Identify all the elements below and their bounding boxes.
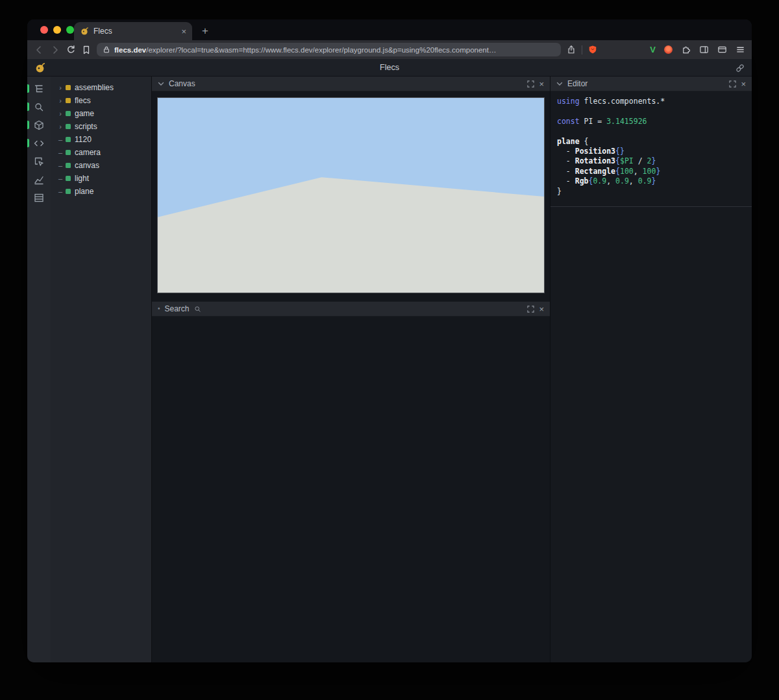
fullscreen-icon[interactable] — [527, 306, 534, 313]
browser-tab-flecs[interactable]: Flecs × — [74, 22, 192, 40]
entity-label: scripts — [75, 122, 97, 131]
tree-item-game[interactable]: ›game — [51, 107, 151, 120]
entity-kind-square — [66, 150, 71, 155]
search-icon — [194, 306, 201, 313]
sidebar-hierarchy-icon[interactable] — [27, 82, 51, 95]
code-line: - Position3{} — [557, 147, 745, 156]
code-line: } — [557, 187, 745, 197]
window-minimize-button[interactable] — [53, 26, 61, 34]
empty-workspace — [152, 317, 550, 662]
tab-title: Flecs — [93, 27, 177, 36]
v-extension-icon[interactable]: V — [650, 45, 656, 54]
icon-rail — [27, 77, 51, 662]
code-line: - Rgb{0.9, 0.9, 0.9} — [557, 176, 745, 186]
sidebar-toggle-icon[interactable] — [699, 45, 709, 54]
page-title: Flecs — [380, 63, 399, 72]
sidebar-table-icon[interactable] — [27, 191, 51, 204]
editor-empty-area — [550, 207, 752, 662]
tree-item-assemblies[interactable]: ›assemblies — [51, 81, 151, 94]
entity-label: assemblies — [75, 83, 114, 92]
canvas-panel-title: Canvas — [169, 79, 195, 88]
new-tab-button[interactable]: + — [202, 25, 208, 36]
browser-window: Flecs × + flecs.dev/explorer/?local=true… — [27, 19, 752, 662]
entity-label: 1120 — [75, 135, 92, 144]
tree-item-light[interactable]: –light — [51, 172, 151, 185]
sidebar-cube-icon[interactable] — [27, 119, 51, 131]
entity-label: light — [75, 174, 89, 183]
reload-icon[interactable] — [66, 45, 76, 54]
sidebar-inspect-icon[interactable] — [27, 155, 51, 167]
dash-icon: – — [56, 136, 64, 143]
canvas-panel-header: Canvas × — [152, 77, 550, 91]
code-line: - Rectangle{100, 100} — [557, 167, 745, 176]
url-domain: flecs.dev — [114, 46, 146, 54]
url-text: flecs.dev/explorer/?local=true&wasm=http… — [114, 46, 496, 54]
tree-item-scripts[interactable]: ›scripts — [51, 120, 151, 133]
menu-icon[interactable] — [736, 45, 745, 54]
fullscreen-icon[interactable] — [729, 80, 736, 88]
chevron-down-icon[interactable] — [556, 81, 563, 86]
wallet-icon[interactable] — [717, 45, 727, 54]
traffic-lights — [40, 26, 74, 34]
search-panel-title: Search — [165, 304, 190, 313]
dash-icon: – — [56, 149, 64, 156]
tree-item-plane[interactable]: –plane — [51, 185, 151, 198]
editor-panel-header: Editor × — [550, 77, 752, 91]
window-close-button[interactable] — [40, 26, 48, 34]
close-icon[interactable]: × — [539, 305, 544, 313]
entity-kind-square — [66, 163, 71, 168]
sidebar-search-icon[interactable] — [27, 101, 51, 113]
chevron-right-icon[interactable]: › — [56, 97, 64, 104]
bookmark-icon[interactable] — [82, 45, 91, 54]
code-line — [557, 127, 745, 136]
entity-kind-square — [66, 176, 71, 181]
tab-close-icon[interactable]: × — [181, 27, 186, 36]
close-icon[interactable]: × — [741, 80, 746, 88]
entity-kind-square — [66, 85, 71, 90]
tree-item-1120[interactable]: –1120 — [51, 133, 151, 146]
extension-area: V — [650, 45, 745, 54]
collapsed-dot-icon[interactable]: • — [158, 306, 160, 312]
flecs-favicon — [80, 27, 89, 36]
lock-icon — [103, 45, 110, 54]
record-extension-icon[interactable] — [664, 45, 673, 54]
extensions-puzzle-icon[interactable] — [681, 45, 691, 54]
tree-item-camera[interactable]: –camera — [51, 146, 151, 159]
sidebar-chart-icon[interactable] — [27, 173, 51, 186]
sidebar-code-icon[interactable] — [27, 137, 51, 149]
browser-toolbar: flecs.dev/explorer/?local=true&wasm=http… — [27, 40, 752, 59]
entity-kind-square — [66, 124, 71, 129]
link-icon[interactable] — [736, 64, 745, 73]
editor-code[interactable]: using flecs.components.* const PI = 3.14… — [550, 91, 752, 207]
share-icon[interactable] — [567, 45, 576, 54]
tree-item-canvas[interactable]: –canvas — [51, 159, 151, 172]
chevron-right-icon[interactable]: › — [56, 84, 64, 91]
window-zoom-button[interactable] — [66, 26, 74, 34]
search-panel-header: • Search × — [152, 302, 550, 317]
entity-label: plane — [75, 187, 93, 196]
3d-viewport[interactable] — [157, 97, 545, 293]
forward-icon[interactable] — [50, 45, 60, 55]
chevron-down-icon[interactable] — [158, 81, 164, 86]
code-line: - Rotation3{$PI / 2} — [557, 156, 745, 166]
toolbar-separator — [582, 45, 582, 54]
entity-kind-square — [66, 98, 71, 103]
brave-shield-icon[interactable] — [588, 45, 597, 54]
tab-strip: Flecs × + — [27, 19, 752, 40]
entity-label: camera — [75, 148, 101, 157]
entity-label: flecs — [75, 96, 91, 105]
dash-icon: – — [56, 188, 64, 195]
entity-kind-square — [66, 111, 71, 116]
chevron-right-icon[interactable]: › — [56, 110, 64, 117]
editor-column: Editor × using flecs.components.* const … — [550, 77, 752, 662]
entity-tree: ›assemblies›flecs›game›scripts–1120–came… — [51, 77, 152, 662]
main-column: Canvas × • Search — [152, 77, 550, 662]
back-icon[interactable] — [34, 45, 44, 55]
chevron-right-icon[interactable]: › — [56, 123, 64, 130]
tree-item-flecs[interactable]: ›flecs — [51, 94, 151, 107]
flecs-logo-icon — [34, 62, 45, 73]
app-content: ›assemblies›flecs›game›scripts–1120–came… — [27, 77, 752, 662]
close-icon[interactable]: × — [539, 80, 544, 88]
url-bar[interactable]: flecs.dev/explorer/?local=true&wasm=http… — [97, 43, 561, 56]
fullscreen-icon[interactable] — [527, 80, 534, 88]
